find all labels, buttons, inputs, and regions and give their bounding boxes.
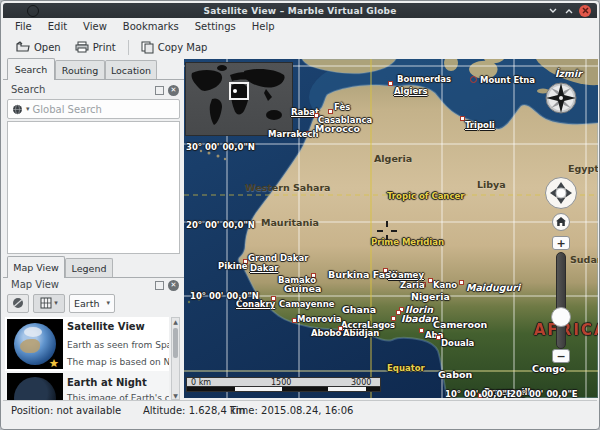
city-label: İzmir [555,68,582,79]
projection-globe-icon [12,297,24,309]
chevron-down-icon: ▾ [54,299,58,307]
copy-map-button[interactable]: Copy Map [134,39,215,56]
earth-search-icon [12,104,23,115]
copy-icon [141,41,154,54]
search-placeholder: Global Search [33,104,102,115]
pan-dpad[interactable] [545,177,577,209]
zoom-out-button[interactable]: − [552,349,570,363]
zoom-in-button[interactable]: + [552,236,570,250]
theme-item-earth-at-night[interactable]: Earth at Night This image of Earth's cit… [5,371,169,400]
country-label: Algeria [374,153,412,164]
longitude-label: 10° 00' 00,0"E [445,389,513,398]
print-button[interactable]: Print [68,39,123,55]
scale-bar: 0 km 1500 3000 [186,377,381,392]
latitude-label: 30° 00' 00,0"N [186,142,255,152]
city-label: Fès [334,102,350,112]
city-label: Marrakech [268,129,319,139]
chevron-down-icon[interactable] [547,5,559,17]
tab-map-view[interactable]: Map View [7,256,65,278]
mapview-panel-header: Map View [11,279,59,290]
scroll-down-icon[interactable]: ▼ [172,392,179,399]
home-button[interactable] [552,213,570,231]
country-label: Morocco [315,123,360,134]
graticule-special-label: Equator [387,363,425,373]
tab-location[interactable]: Location [105,60,157,79]
close-panel-icon[interactable]: ✕ [168,85,179,96]
tab-legend[interactable]: Legend [65,258,113,277]
city-label: Algiers [394,86,428,96]
country-label: Ghana [342,304,376,315]
zoom-slider-track[interactable] [556,252,566,349]
country-label: Libya [477,179,506,190]
map-canvas[interactable]: AFRICA BoumerdasAlgiersMount EtnaİzmirRa… [184,59,598,398]
city-marker [419,328,424,333]
panel-tabs-bottom: Map View Legend [3,256,184,278]
graticule-special-label: Tropic of Cancer [387,191,464,201]
chevron-up-icon[interactable] [563,5,575,17]
menu-file[interactable]: File [7,18,40,36]
country-label: Burkina Faso [328,269,397,280]
open-button[interactable]: Open [9,39,68,55]
map-theme-list: Satellite View Earth as seen from Space.… [5,317,169,400]
menu-bar: File Edit View Bookmarks Settings Help [3,18,597,36]
country-label: Egypt [568,163,598,174]
toolbar: Open Print Copy Map [3,36,597,58]
menu-settings[interactable]: Settings [187,18,244,36]
theme-item-satellite-view[interactable]: Satellite View Earth as seen from Space.… [5,317,169,371]
status-bar: Position: not available Altitude: 1.628,… [3,400,597,421]
city-label: Zaria [400,280,425,290]
theme-list-scrollbar[interactable]: ▲ ▼ [171,317,180,400]
window-title: Satellite View – Marble Virtual Globe [3,6,597,16]
favorite-star-icon: ★ [49,357,59,370]
status-time: Time: 2015.08.24, 16:06 [230,405,353,416]
menu-bookmarks[interactable]: Bookmarks [115,18,187,36]
graticule-special-label: Prime Meridian [371,237,444,247]
search-input[interactable]: ▾ Global Search [7,99,180,119]
volcano-marker [470,76,477,83]
city-label: Monrovia [297,314,342,324]
zoom-slider-handle[interactable] [551,307,571,327]
chevron-down-icon: ▾ [26,105,30,113]
panel-tabs-top: Search Routing Location [3,58,184,80]
city-label: Dakar [250,263,278,273]
country-label: Cameroon [433,319,487,330]
country-label: Nigeria [411,291,450,302]
float-panel-icon[interactable] [155,281,164,290]
city-marker [328,109,333,114]
close-panel-icon[interactable]: ✕ [168,280,179,291]
map-projection-button[interactable]: ▾ [33,294,65,313]
tab-search[interactable]: Search [7,58,55,80]
overview-map[interactable] [186,63,292,135]
float-panel-icon[interactable] [155,86,164,95]
longitude-label: 20° 00' 00,0"E [510,389,578,398]
theme-thumbnail [7,373,63,400]
latitude-label: 20° 00' 00,0"N [186,220,255,230]
search-panel-header: Search [11,84,45,95]
title-bar: Satellite View – Marble Virtual Globe [3,3,597,18]
tab-routing[interactable]: Routing [55,60,105,79]
scroll-up-icon[interactable]: ▲ [172,318,179,325]
city-marker [459,280,464,285]
close-icon[interactable] [579,5,591,17]
status-position: Position: not available [11,405,121,416]
country-label: Sudan [570,254,598,265]
scrollbar-thumb[interactable] [173,328,178,358]
compass-rose-icon[interactable] [545,82,577,114]
search-results-list[interactable] [7,121,180,254]
marble-window: Satellite View – Marble Virtual Globe Fi… [0,0,600,430]
country-label: Western Sahara [245,182,331,193]
projection-globe-button[interactable] [7,294,29,313]
menu-edit[interactable]: Edit [40,18,75,36]
country-label: Mauritania [261,217,319,228]
city-marker [388,81,393,86]
city-label: Tripoli [465,120,495,130]
grid-icon [40,297,52,309]
city-label: Grand Dakar [248,253,308,263]
country-label: Guinea [284,283,321,294]
printer-icon [75,41,89,53]
celestial-body-select[interactable]: Earth ▾ [69,294,115,313]
menu-help[interactable]: Help [244,18,283,36]
city-label: Pikine [218,261,248,271]
latitude-label: 10° 00' 00,0"N [190,291,259,301]
menu-view[interactable]: View [75,18,115,36]
